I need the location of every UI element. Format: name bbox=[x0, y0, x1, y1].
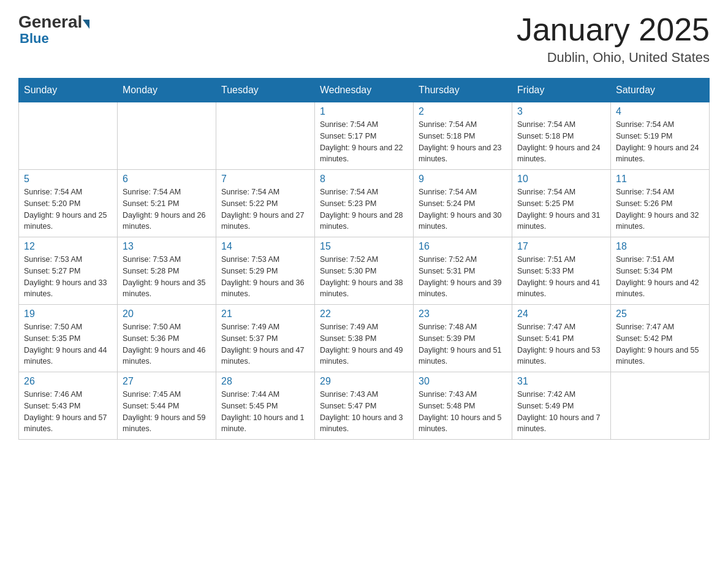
calendar-cell bbox=[118, 102, 216, 170]
day-info: Sunrise: 7:54 AM Sunset: 5:18 PM Dayligh… bbox=[419, 119, 507, 165]
calendar-cell: 4Sunrise: 7:54 AM Sunset: 5:19 PM Daylig… bbox=[611, 102, 710, 170]
calendar-cell: 26Sunrise: 7:46 AM Sunset: 5:43 PM Dayli… bbox=[19, 372, 118, 440]
weekday-header-wednesday: Wednesday bbox=[315, 79, 414, 102]
day-number: 9 bbox=[419, 174, 507, 185]
calendar-cell: 30Sunrise: 7:43 AM Sunset: 5:48 PM Dayli… bbox=[414, 372, 512, 440]
day-number: 18 bbox=[616, 241, 704, 252]
day-info: Sunrise: 7:52 AM Sunset: 5:30 PM Dayligh… bbox=[320, 254, 408, 300]
calendar-cell: 5Sunrise: 7:54 AM Sunset: 5:20 PM Daylig… bbox=[19, 170, 118, 237]
day-info: Sunrise: 7:46 AM Sunset: 5:43 PM Dayligh… bbox=[24, 389, 112, 435]
calendar-cell: 22Sunrise: 7:49 AM Sunset: 5:38 PM Dayli… bbox=[315, 305, 414, 372]
day-number: 14 bbox=[221, 241, 309, 252]
calendar-cell: 27Sunrise: 7:45 AM Sunset: 5:44 PM Dayli… bbox=[118, 372, 216, 440]
calendar-cell bbox=[216, 102, 315, 170]
day-number: 2 bbox=[419, 106, 507, 117]
calendar-cell: 10Sunrise: 7:54 AM Sunset: 5:25 PM Dayli… bbox=[512, 170, 611, 237]
calendar-cell: 25Sunrise: 7:47 AM Sunset: 5:42 PM Dayli… bbox=[611, 305, 710, 372]
weekday-header-monday: Monday bbox=[118, 79, 216, 102]
day-number: 25 bbox=[616, 308, 704, 320]
day-number: 16 bbox=[419, 241, 507, 252]
day-number: 12 bbox=[24, 241, 112, 252]
day-info: Sunrise: 7:54 AM Sunset: 5:22 PM Dayligh… bbox=[221, 186, 309, 232]
day-number: 20 bbox=[123, 308, 211, 320]
day-number: 1 bbox=[320, 106, 408, 117]
calendar-cell bbox=[19, 102, 118, 170]
logo: General Blue bbox=[18, 12, 89, 47]
day-number: 28 bbox=[221, 376, 309, 387]
day-info: Sunrise: 7:43 AM Sunset: 5:48 PM Dayligh… bbox=[419, 389, 507, 435]
calendar-week-row: 12Sunrise: 7:53 AM Sunset: 5:27 PM Dayli… bbox=[19, 237, 710, 305]
day-number: 24 bbox=[517, 308, 605, 320]
calendar-cell: 31Sunrise: 7:42 AM Sunset: 5:49 PM Dayli… bbox=[512, 372, 611, 440]
day-info: Sunrise: 7:54 AM Sunset: 5:20 PM Dayligh… bbox=[24, 186, 112, 232]
day-number: 15 bbox=[320, 241, 408, 252]
calendar-cell: 21Sunrise: 7:49 AM Sunset: 5:37 PM Dayli… bbox=[216, 305, 315, 372]
day-number: 13 bbox=[123, 241, 211, 252]
calendar-cell: 7Sunrise: 7:54 AM Sunset: 5:22 PM Daylig… bbox=[216, 170, 315, 237]
calendar-week-row: 19Sunrise: 7:50 AM Sunset: 5:35 PM Dayli… bbox=[19, 305, 710, 372]
day-number: 31 bbox=[517, 376, 605, 387]
calendar-cell: 13Sunrise: 7:53 AM Sunset: 5:28 PM Dayli… bbox=[118, 237, 216, 305]
day-number: 10 bbox=[517, 174, 605, 185]
day-number: 23 bbox=[419, 308, 507, 320]
day-info: Sunrise: 7:54 AM Sunset: 5:23 PM Dayligh… bbox=[320, 186, 408, 232]
calendar-week-row: 26Sunrise: 7:46 AM Sunset: 5:43 PM Dayli… bbox=[19, 372, 710, 440]
weekday-header-saturday: Saturday bbox=[611, 79, 710, 102]
day-number: 17 bbox=[517, 241, 605, 252]
logo-general-text: General bbox=[18, 12, 82, 32]
day-info: Sunrise: 7:53 AM Sunset: 5:29 PM Dayligh… bbox=[221, 254, 309, 300]
calendar-cell: 11Sunrise: 7:54 AM Sunset: 5:26 PM Dayli… bbox=[611, 170, 710, 237]
day-info: Sunrise: 7:44 AM Sunset: 5:45 PM Dayligh… bbox=[221, 389, 309, 435]
day-number: 8 bbox=[320, 174, 408, 185]
day-info: Sunrise: 7:51 AM Sunset: 5:33 PM Dayligh… bbox=[517, 254, 605, 300]
day-number: 22 bbox=[320, 308, 408, 320]
month-title: January 2025 bbox=[517, 12, 710, 47]
day-info: Sunrise: 7:48 AM Sunset: 5:39 PM Dayligh… bbox=[419, 321, 507, 367]
calendar-cell: 12Sunrise: 7:53 AM Sunset: 5:27 PM Dayli… bbox=[19, 237, 118, 305]
weekday-header-tuesday: Tuesday bbox=[216, 79, 315, 102]
day-info: Sunrise: 7:50 AM Sunset: 5:35 PM Dayligh… bbox=[24, 321, 112, 367]
day-number: 5 bbox=[24, 174, 112, 185]
calendar-week-row: 5Sunrise: 7:54 AM Sunset: 5:20 PM Daylig… bbox=[19, 170, 710, 237]
day-info: Sunrise: 7:49 AM Sunset: 5:38 PM Dayligh… bbox=[320, 321, 408, 367]
calendar-cell: 29Sunrise: 7:43 AM Sunset: 5:47 PM Dayli… bbox=[315, 372, 414, 440]
title-section: January 2025 Dublin, Ohio, United States bbox=[517, 12, 710, 66]
weekday-header-row: SundayMondayTuesdayWednesdayThursdayFrid… bbox=[19, 79, 710, 102]
day-number: 6 bbox=[123, 174, 211, 185]
day-number: 26 bbox=[24, 376, 112, 387]
page-header: General Blue January 2025 Dublin, Ohio, … bbox=[18, 12, 710, 66]
calendar-cell: 24Sunrise: 7:47 AM Sunset: 5:41 PM Dayli… bbox=[512, 305, 611, 372]
calendar-cell bbox=[611, 372, 710, 440]
calendar-cell: 1Sunrise: 7:54 AM Sunset: 5:17 PM Daylig… bbox=[315, 102, 414, 170]
calendar-cell: 6Sunrise: 7:54 AM Sunset: 5:21 PM Daylig… bbox=[118, 170, 216, 237]
day-info: Sunrise: 7:50 AM Sunset: 5:36 PM Dayligh… bbox=[123, 321, 211, 367]
day-info: Sunrise: 7:52 AM Sunset: 5:31 PM Dayligh… bbox=[419, 254, 507, 300]
calendar-cell: 18Sunrise: 7:51 AM Sunset: 5:34 PM Dayli… bbox=[611, 237, 710, 305]
day-info: Sunrise: 7:54 AM Sunset: 5:25 PM Dayligh… bbox=[517, 186, 605, 232]
day-number: 7 bbox=[221, 174, 309, 185]
day-info: Sunrise: 7:43 AM Sunset: 5:47 PM Dayligh… bbox=[320, 389, 408, 435]
day-info: Sunrise: 7:49 AM Sunset: 5:37 PM Dayligh… bbox=[221, 321, 309, 367]
day-info: Sunrise: 7:54 AM Sunset: 5:17 PM Dayligh… bbox=[320, 119, 408, 165]
weekday-header-thursday: Thursday bbox=[414, 79, 512, 102]
day-number: 11 bbox=[616, 174, 704, 185]
day-number: 27 bbox=[123, 376, 211, 387]
day-info: Sunrise: 7:47 AM Sunset: 5:41 PM Dayligh… bbox=[517, 321, 605, 367]
calendar-cell: 8Sunrise: 7:54 AM Sunset: 5:23 PM Daylig… bbox=[315, 170, 414, 237]
day-info: Sunrise: 7:54 AM Sunset: 5:26 PM Dayligh… bbox=[616, 186, 704, 232]
calendar-cell: 19Sunrise: 7:50 AM Sunset: 5:35 PM Dayli… bbox=[19, 305, 118, 372]
calendar-cell: 9Sunrise: 7:54 AM Sunset: 5:24 PM Daylig… bbox=[414, 170, 512, 237]
day-info: Sunrise: 7:54 AM Sunset: 5:24 PM Dayligh… bbox=[419, 186, 507, 232]
weekday-header-sunday: Sunday bbox=[19, 79, 118, 102]
day-info: Sunrise: 7:45 AM Sunset: 5:44 PM Dayligh… bbox=[123, 389, 211, 435]
day-info: Sunrise: 7:53 AM Sunset: 5:27 PM Dayligh… bbox=[24, 254, 112, 300]
day-info: Sunrise: 7:51 AM Sunset: 5:34 PM Dayligh… bbox=[616, 254, 704, 300]
day-info: Sunrise: 7:54 AM Sunset: 5:19 PM Dayligh… bbox=[616, 119, 704, 165]
day-number: 4 bbox=[616, 106, 704, 117]
day-number: 19 bbox=[24, 308, 112, 320]
calendar-cell: 3Sunrise: 7:54 AM Sunset: 5:18 PM Daylig… bbox=[512, 102, 611, 170]
logo-triangle-icon bbox=[83, 20, 89, 29]
calendar-week-row: 1Sunrise: 7:54 AM Sunset: 5:17 PM Daylig… bbox=[19, 102, 710, 170]
calendar-cell: 28Sunrise: 7:44 AM Sunset: 5:45 PM Dayli… bbox=[216, 372, 315, 440]
day-info: Sunrise: 7:54 AM Sunset: 5:18 PM Dayligh… bbox=[517, 119, 605, 165]
